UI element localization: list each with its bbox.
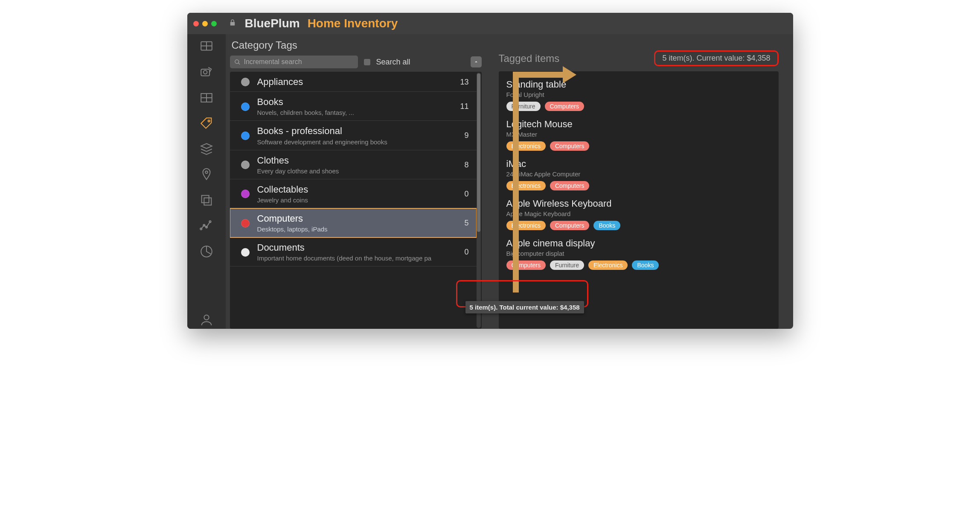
category-row[interactable]: Collectables Jewelry and coins 0	[230, 179, 477, 208]
pin-icon	[199, 167, 214, 182]
category-color-dot	[241, 78, 250, 86]
category-count: 9	[459, 131, 468, 140]
item-name: iMac	[506, 158, 771, 170]
category-name: Appliances	[257, 77, 455, 87]
item-tags: ElectronicsComputersBooks	[506, 221, 771, 230]
svg-point-4	[208, 120, 209, 122]
duplicate-icon	[199, 193, 214, 208]
category-name: Clothes	[257, 155, 459, 166]
svg-point-13	[204, 315, 209, 320]
category-color-dot	[241, 132, 250, 140]
item-name: Apple cinema display	[506, 238, 771, 249]
category-row[interactable]: Documents Important home documents (deed…	[230, 237, 477, 266]
stats-highlight-frame: 5 item(s). Current value: $4,358	[654, 50, 778, 66]
pie-icon	[199, 244, 214, 259]
nav-rail	[187, 34, 226, 329]
category-description: Desktops, laptops, iPads	[257, 225, 459, 233]
tag-pill[interactable]: Books	[593, 221, 620, 230]
rooms-icon	[199, 91, 214, 105]
category-tooltip: 5 item(s). Total current value: $4,358	[465, 301, 584, 313]
titlebar: BluePlum Home Inventory	[187, 13, 793, 34]
category-count: 0	[459, 190, 468, 199]
pin-nav[interactable]	[198, 166, 215, 184]
tag-icon	[199, 116, 214, 131]
item-subtitle: Apple Magic Keyboard	[506, 210, 771, 217]
categories-pane: Category Tags Search all Appli	[226, 34, 486, 329]
stack-nav[interactable]	[198, 140, 215, 158]
tag-pill[interactable]: Furniture	[550, 260, 584, 270]
category-name: Books	[257, 97, 455, 107]
item-name: Apple Wireless Keyboard	[506, 198, 771, 209]
dashboard-icon	[199, 39, 214, 54]
category-name: Computers	[257, 214, 459, 224]
tag-pill[interactable]: Computers	[550, 141, 589, 151]
tagged-item[interactable]: Apple Wireless Keyboard Apple Magic Keyb…	[506, 195, 771, 234]
svg-rect-6	[201, 196, 209, 203]
tagged-item[interactable]: Logitech Mouse MX Master ElectronicsComp…	[506, 115, 771, 155]
category-color-dot	[241, 219, 250, 228]
analytics-nav[interactable]	[198, 217, 215, 235]
item-tags: ElectronicsComputers	[506, 181, 771, 190]
rooms-nav[interactable]	[198, 89, 215, 107]
close-window-button[interactable]	[193, 21, 199, 26]
tagged-item[interactable]: Standing table Focal Upright FurnitureCo…	[506, 76, 771, 115]
category-description: Jewelry and coins	[257, 196, 459, 204]
duplicate-nav[interactable]	[198, 191, 215, 209]
category-row[interactable]: Books Novels, children books, fantasy, .…	[230, 92, 477, 121]
tag-pill[interactable]: Furniture	[506, 102, 541, 111]
tag-pill[interactable]: Books	[632, 260, 659, 270]
tagged-item[interactable]: Apple cinema display Big computer displa…	[506, 234, 771, 274]
category-description: Important home documents (deed on the ho…	[257, 254, 459, 262]
app-subtitle: Home Inventory	[308, 17, 398, 30]
tagged-item[interactable]: iMac 24 " iMac Apple Computer Electronic…	[506, 155, 771, 195]
item-subtitle: Big computer displat	[506, 250, 771, 257]
category-count: 8	[459, 161, 468, 170]
item-tags: FurnitureComputers	[506, 102, 771, 111]
tagged-items-stats: 5 item(s). Current value: $4,358	[659, 53, 774, 64]
scrollbar-thumb[interactable]	[477, 73, 480, 232]
camera-save-nav[interactable]	[198, 63, 215, 81]
lock-icon	[229, 19, 236, 29]
tag-pill[interactable]: Electronics	[588, 260, 628, 270]
search-all-label: Search all	[376, 58, 410, 67]
minimize-window-button[interactable]	[202, 21, 208, 26]
window-controls	[193, 21, 217, 26]
category-color-dot	[241, 161, 250, 169]
tagged-items-title: Tagged items	[499, 53, 560, 64]
search-all-checkbox[interactable]	[364, 59, 370, 65]
category-color-dot	[241, 102, 250, 111]
user-nav[interactable]	[198, 311, 215, 329]
search-input[interactable]	[230, 56, 358, 68]
category-row[interactable]: Computers Desktops, laptops, iPads 5	[230, 208, 477, 237]
category-description: Novels, children books, fantasy, ...	[257, 109, 455, 116]
dashboard-nav[interactable]	[198, 38, 215, 56]
user-icon	[199, 313, 214, 327]
zoom-window-button[interactable]	[211, 21, 217, 26]
category-name: Books - professional	[257, 126, 459, 136]
pie-nav[interactable]	[198, 243, 215, 260]
category-count: 13	[455, 78, 468, 87]
collapse-button[interactable]	[471, 56, 482, 67]
category-row[interactable]: Appliances 13	[230, 72, 477, 92]
chevron-up-icon	[474, 59, 479, 64]
item-name: Standing table	[506, 79, 771, 90]
category-description: Software development and engineering boo…	[257, 138, 459, 146]
tag-pill[interactable]: Computers	[550, 181, 589, 190]
svg-point-5	[205, 171, 208, 174]
stack-icon	[199, 142, 214, 156]
tag-pill[interactable]: Computers	[506, 260, 546, 270]
categories-scroll: Appliances 13 Books Novels, children boo…	[230, 72, 482, 329]
item-tags: ElectronicsComputers	[506, 141, 771, 151]
tag-pill[interactable]: Computers	[545, 102, 584, 111]
tag-nav[interactable]	[198, 114, 215, 132]
category-row[interactable]: Books - professional Software developmen…	[230, 121, 477, 150]
tag-pill[interactable]: Computers	[550, 221, 589, 230]
category-row[interactable]: Clothes Every day clothse and shoes 8	[230, 150, 477, 179]
search-field[interactable]	[244, 58, 354, 66]
app-brand: BluePlum	[245, 17, 300, 30]
category-count: 5	[459, 219, 468, 228]
tag-pill[interactable]: Electronics	[506, 221, 546, 230]
tag-pill[interactable]: Electronics	[506, 141, 546, 151]
svg-rect-7	[204, 198, 211, 205]
tag-pill[interactable]: Electronics	[506, 181, 546, 190]
